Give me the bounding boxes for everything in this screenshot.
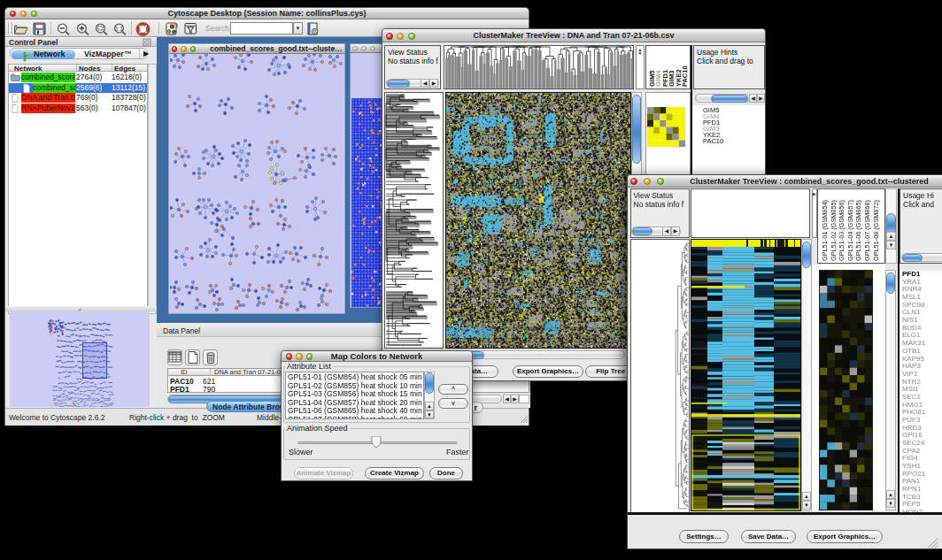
svg-text:GPL51-03 (GSM856): GPL51-03 (GSM856) xyxy=(838,200,845,261)
svg-text:GPL51-07 (GSM868): GPL51-07 (GSM868) xyxy=(863,200,871,261)
svg-text:GPL51-02 (GSM855): GPL51-02 (GSM855) xyxy=(830,200,838,261)
svg-text:1:1: 1:1 xyxy=(115,26,123,32)
svg-text:GPL51-01 (GSM854): GPL51-01 (GSM854) xyxy=(821,200,829,261)
svg-text:GPL51-06 (GSM865): GPL51-06 (GSM865) xyxy=(854,200,862,261)
svg-text:PAC10: PAC10 xyxy=(681,65,689,87)
svg-text:GPL51-08 (GSM872): GPL51-08 (GSM872) xyxy=(872,200,880,261)
svg-text:GPL51-04 (GSM857): GPL51-04 (GSM857) xyxy=(846,200,854,261)
